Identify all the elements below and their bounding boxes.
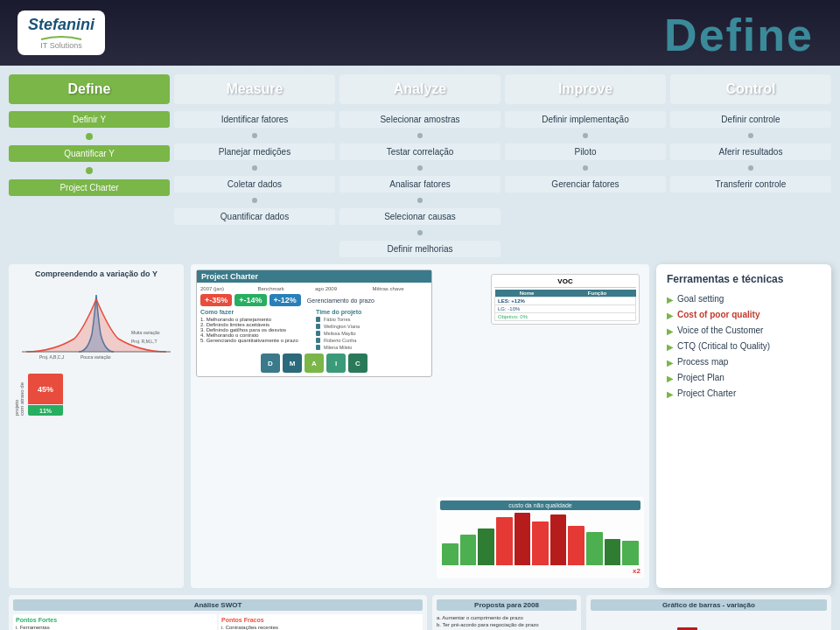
- schedule-label: Gerenciamento do prazo: [307, 298, 374, 304]
- svg-text:Muita variação: Muita variação: [131, 330, 160, 335]
- definir-y-item[interactable]: Definir Y: [9, 111, 170, 128]
- arrow-icon-1: ▶: [667, 295, 674, 304]
- aferir-resultados-item[interactable]: Aferir resultados: [670, 144, 831, 160]
- voc-section: VOC NomeFunção LES: +12% LG: -10%: [437, 270, 644, 583]
- swot-panel: Análise SWOT Pontos Fortes i. Ferramenta…: [9, 595, 427, 630]
- dmaic-c: C: [348, 354, 368, 373]
- time-projeto-col: Time do projeto Fábio Torres Wellington …: [316, 309, 428, 350]
- metric-3: +-12%: [270, 294, 301, 306]
- swot-fortes-title: Pontos Fortes: [16, 617, 214, 623]
- les-entry: LES: +12%: [495, 298, 636, 305]
- top-bar: Stefanini IT Solutions Define: [0, 0, 840, 66]
- identificar-fatores-item[interactable]: Identificar fatores: [174, 111, 335, 128]
- bar-chart-panel: Gráfico de barras - variação x2: [586, 595, 831, 630]
- quantificar-y-item[interactable]: Quantificar Y: [9, 145, 170, 162]
- swot-title: Análise SWOT: [13, 599, 423, 611]
- project-charter-item[interactable]: Project Charter: [9, 179, 170, 196]
- definir-controle-item[interactable]: Definir controle: [670, 111, 831, 128]
- svg-text:Pouca variação: Pouca variação: [80, 354, 111, 360]
- dmaic-i: I: [326, 354, 346, 373]
- logo-it-text: IT Solutions: [40, 41, 81, 50]
- analisar-fatores-item[interactable]: Analisar fatores: [340, 176, 500, 192]
- phase-define[interactable]: Define: [9, 74, 170, 104]
- time-label: Time do projeto: [316, 309, 428, 315]
- gantt-chart: Fábio Torres Wellington Viana Melissa Ma…: [316, 317, 428, 350]
- quantificar-dados-item[interactable]: Quantificar dados: [174, 208, 335, 225]
- swot-fracos: Pontos Fracos i. Contratações recentes i…: [219, 614, 423, 630]
- tool-label-3: Voice of the Customer: [677, 326, 763, 335]
- cost-label: custo da não qualidade: [440, 500, 640, 510]
- charter-ago: ago 2009: [315, 286, 371, 291]
- planejar-medicoes-item[interactable]: Planejar medições: [174, 144, 335, 160]
- tool-project-charter: ▶ Project Charter: [667, 388, 821, 399]
- tool-voice-customer: ▶ Voice of the Customer: [667, 326, 821, 336]
- dot-i1: [583, 133, 588, 138]
- charter-section: Project Charter 2007 (jan) Benchmark ago…: [196, 270, 432, 583]
- dot-i2: [583, 165, 588, 171]
- cost-bars: [440, 513, 640, 565]
- definir-melhorias-item[interactable]: Definir melhorias: [340, 241, 500, 257]
- tool-process-map: ▶ Process map: [667, 357, 821, 368]
- coletar-dados-item[interactable]: Coletar dados: [174, 176, 335, 192]
- phase-analyze-label: Analyze: [394, 81, 446, 97]
- arrow-icon-2: ▶: [667, 311, 674, 320]
- tool-label-6: Project Plan: [677, 373, 724, 382]
- voc-table: NomeFunção LES: +12% LG: -10% Objetivo: …: [494, 290, 636, 321]
- left-panel: Compreendendo a variação do Y Pouca vari…: [9, 264, 184, 588]
- phase-analyze[interactable]: Analyze: [340, 74, 500, 104]
- selecionar-amostras-item[interactable]: Selecionar amostras: [340, 111, 500, 128]
- logo-area: Stefanini IT Solutions: [18, 10, 105, 55]
- phase-measure-label: Measure: [227, 81, 284, 97]
- tools-title: Ferramentas e técnicas: [667, 273, 821, 285]
- dot-c2: [748, 165, 753, 171]
- como5: 5. Gerenciando quantitativamente o prazo: [200, 338, 312, 343]
- charter-year: 2007 (jan): [200, 286, 256, 291]
- right-panel: Ferramentas e técnicas ▶ Goal setting ▶ …: [656, 264, 831, 588]
- testar-correlacao-item[interactable]: Testar correlação: [340, 144, 500, 160]
- logo-box: Stefanini IT Solutions: [18, 10, 105, 55]
- swot-fracos-title: Pontos Fracos: [221, 617, 420, 623]
- tool-cost-poor-quality: ▶ Cost of poor quality: [667, 310, 821, 320]
- charter-box: Project Charter 2007 (jan) Benchmark ago…: [196, 270, 432, 377]
- phase-nav: Define Measure Analyze Improve Control: [9, 74, 831, 104]
- phase-measure[interactable]: Measure: [174, 74, 335, 104]
- tool-label-5: Process map: [677, 357, 728, 367]
- analyze-sub-col: Selecionar amostras Testar correlação An…: [340, 111, 500, 257]
- gerenciar-fatores-item[interactable]: Gerenciar fatores: [505, 176, 666, 192]
- proposal-b: b. Ter pré-acordo para negociação de pra…: [437, 621, 577, 628]
- charter-box-title: Project Charter: [197, 270, 431, 283]
- tool-ctq: ▶ CTQ (Critical to Quality): [667, 341, 821, 352]
- proposal-a: a. Aumentar o cumprimento de prazo: [437, 614, 577, 621]
- dmaic-d: D: [261, 354, 280, 373]
- phase-control[interactable]: Control: [670, 74, 831, 104]
- metrics-row: +-35% +-14% +-12% Gerenciamento do prazo: [200, 294, 428, 306]
- dot-a3: [417, 198, 423, 203]
- svg-text:Proj. A,B,C,J: Proj. A,B,C,J: [39, 354, 65, 360]
- arrow-icon-7: ▶: [667, 389, 674, 399]
- page-title: Define: [664, 9, 814, 61]
- bar-chart-area: [591, 614, 827, 630]
- voc-title: VOC: [494, 277, 636, 288]
- bell-curves-chart: Pouca variação Muita variação Proj. A,B,…: [14, 282, 178, 360]
- metric-2: +-14%: [234, 294, 266, 306]
- bottom-panel: Análise SWOT Pontos Fortes i. Ferramenta…: [9, 595, 831, 630]
- dot-m3: [252, 198, 257, 203]
- voc-box: VOC NomeFunção LES: +12% LG: -10%: [491, 274, 640, 325]
- x2-label: x2: [440, 567, 640, 575]
- definir-implementacao-item[interactable]: Definir implementação: [505, 111, 666, 128]
- phase-improve[interactable]: Improve: [505, 74, 666, 104]
- piloto-item[interactable]: Piloto: [505, 144, 666, 160]
- selecionar-causas-item[interactable]: Selecionar causas: [340, 208, 500, 225]
- main-panel: Project Charter 2007 (jan) Benchmark ago…: [191, 264, 649, 588]
- charter-chave: Mêtras chave: [373, 286, 429, 291]
- logo-leaf-icon: [39, 34, 83, 41]
- dot-1: [86, 133, 93, 140]
- proposal-title: Proposta para 2008: [437, 599, 577, 611]
- phase-define-label: Define: [68, 81, 111, 97]
- tool-label-1: Goal setting: [677, 294, 724, 304]
- dot-a1: [417, 133, 423, 138]
- left-panel-title: Compreendendo a variação do Y: [14, 270, 178, 278]
- transferir-controle-item[interactable]: Transferir controle: [670, 176, 831, 192]
- dmaic-m: M: [283, 354, 302, 373]
- cost-chart: custo da não qualidade: [437, 497, 644, 578]
